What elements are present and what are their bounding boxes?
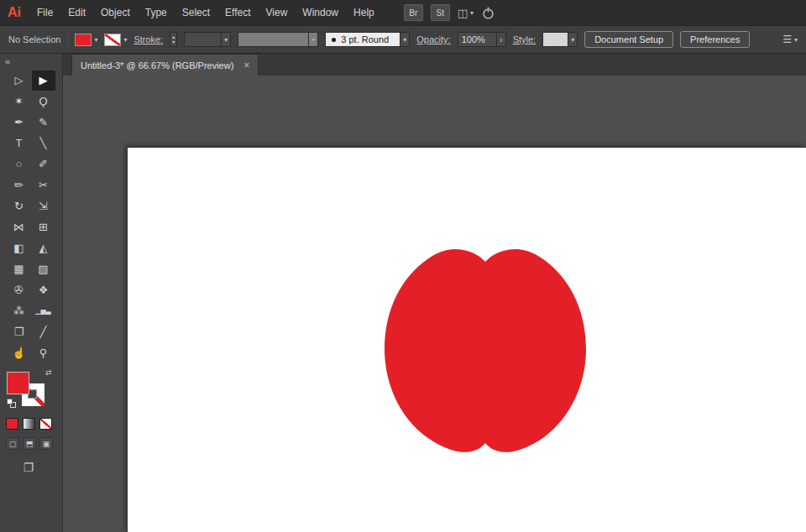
menu-window[interactable]: Window bbox=[295, 7, 346, 18]
pen-tool[interactable]: ✒ bbox=[8, 112, 31, 133]
style-label[interactable]: Style: bbox=[513, 34, 536, 44]
width-profile-dropdown[interactable]: ▾ bbox=[238, 32, 318, 47]
drawing-modes: ▢⬒▣ bbox=[0, 430, 62, 450]
menu-help[interactable]: Help bbox=[346, 7, 382, 18]
stroke-weight-dropdown[interactable]: ▾ bbox=[184, 32, 231, 47]
default-fill-mini bbox=[7, 399, 13, 404]
brush-definition-value: 3 pt. Round bbox=[341, 34, 389, 44]
app-logo[interactable]: Ai bbox=[0, 5, 29, 20]
control-panel-menu[interactable]: ☰ ▾ bbox=[782, 34, 798, 45]
slice-tool[interactable]: ╱ bbox=[32, 322, 55, 342]
apple-shape[interactable] bbox=[380, 242, 590, 456]
stroke-weight-stepper[interactable]: ▴ ▾ bbox=[170, 32, 177, 47]
document-tab[interactable]: Untitled-3* @ 66.67% (RGB/Preview) × bbox=[71, 54, 259, 76]
tools-grid: ▷▶✶Ϙ✒✎T╲○✐✏✂↻⇲⋈⊞◧◭▦▨✇❖⁂▁▅▃❐╱☝⚲ bbox=[0, 69, 62, 363]
symbol-sprayer-tool[interactable]: ⁂ bbox=[8, 301, 31, 321]
scale-tool[interactable]: ⇲ bbox=[32, 196, 55, 216]
menu-type[interactable]: Type bbox=[138, 7, 175, 18]
opacity-label[interactable]: Opacity: bbox=[416, 34, 450, 44]
selection-tool[interactable]: ▶ bbox=[32, 70, 55, 91]
power-icon[interactable] bbox=[481, 6, 495, 20]
none-swatch-button[interactable] bbox=[39, 418, 52, 430]
canvas[interactable] bbox=[63, 76, 806, 532]
bridge-button[interactable]: Br bbox=[404, 4, 423, 21]
chevron-down-icon: ▾ bbox=[123, 36, 127, 44]
opacity-panel-arrow-icon[interactable]: › bbox=[496, 33, 505, 46]
menu-object[interactable]: Object bbox=[93, 7, 138, 18]
default-fill-stroke-icon[interactable] bbox=[7, 399, 18, 409]
fill-control[interactable] bbox=[7, 372, 29, 394]
menu-view[interactable]: View bbox=[259, 7, 296, 18]
stroke-color-dropdown[interactable]: ▾ bbox=[104, 34, 127, 46]
collapse-panel-icon[interactable]: « bbox=[0, 54, 62, 69]
curvature-tool[interactable]: ✎ bbox=[32, 112, 55, 133]
panel-menu-icon: ☰ bbox=[782, 34, 792, 45]
stock-button[interactable]: St bbox=[431, 4, 450, 21]
artboard[interactable] bbox=[127, 147, 806, 532]
scissors-tool[interactable]: ✂ bbox=[32, 175, 55, 196]
mesh-tool[interactable]: ▦ bbox=[8, 259, 31, 279]
chevron-down-icon: ▾ bbox=[400, 32, 410, 47]
color-swatch-button[interactable] bbox=[6, 418, 18, 430]
fill-color-dropdown[interactable]: ▾ bbox=[75, 34, 97, 46]
tab-bar: Untitled-3* @ 66.67% (RGB/Preview) × bbox=[63, 54, 806, 76]
zoom-tool[interactable]: ⚲ bbox=[32, 343, 55, 363]
preferences-button[interactable]: Preferences bbox=[680, 31, 750, 48]
blend-tool[interactable]: ❖ bbox=[32, 280, 55, 300]
menubar: Ai FileEditObjectTypeSelectEffectViewWin… bbox=[0, 0, 806, 25]
brush-definition-dropdown[interactable]: 3 pt. Round ▾ bbox=[325, 32, 410, 47]
document-tab-title: Untitled-3* @ 66.67% (RGB/Preview) bbox=[81, 60, 233, 70]
column-graph-tool[interactable]: ▁▅▃ bbox=[32, 301, 55, 321]
free-transform-tool[interactable]: ⊞ bbox=[32, 217, 55, 237]
menubar-right: Br St ◫ ▾ bbox=[404, 4, 495, 21]
ellipse-tool[interactable]: ○ bbox=[8, 154, 31, 175]
stroke-swatch bbox=[104, 34, 121, 46]
chevron-down-icon: ▾ bbox=[794, 36, 798, 44]
menu-file[interactable]: File bbox=[29, 7, 60, 18]
menu-select[interactable]: Select bbox=[175, 7, 217, 18]
chevron-down-icon: ▾ bbox=[470, 9, 474, 17]
menu-effect[interactable]: Effect bbox=[217, 7, 258, 18]
draw-behind-mode-button[interactable]: ⬒ bbox=[23, 437, 36, 450]
paintbrush-tool[interactable]: ✐ bbox=[32, 154, 55, 175]
type-tool[interactable]: T bbox=[8, 133, 31, 154]
pencil-tool[interactable]: ✏ bbox=[8, 175, 31, 196]
style-swatch bbox=[543, 33, 568, 46]
gradient-swatch-button[interactable] bbox=[23, 418, 35, 430]
main-area: « ▷▶✶Ϙ✒✎T╲○✐✏✂↻⇲⋈⊞◧◭▦▨✇❖⁂▁▅▃❐╱☝⚲ ⇄ ▢⬒▣ ❐ bbox=[0, 54, 806, 532]
lasso-tool[interactable]: Ϙ bbox=[32, 91, 55, 112]
opacity-value: 100% bbox=[458, 34, 496, 44]
chevron-down-icon: ▾ bbox=[308, 33, 317, 46]
apple-path bbox=[385, 249, 586, 452]
direct-selection-tool[interactable]: ▷ bbox=[8, 70, 31, 91]
screen-mode-button[interactable]: ❐ bbox=[18, 460, 39, 475]
tab-close-icon[interactable]: × bbox=[243, 60, 249, 70]
menu-items: FileEditObjectTypeSelectEffectViewWindow… bbox=[29, 7, 382, 18]
fill-swatch bbox=[75, 34, 92, 46]
hand-tool[interactable]: ☝ bbox=[8, 343, 31, 363]
menu-edit[interactable]: Edit bbox=[60, 7, 93, 18]
chevron-down-icon: ▾ bbox=[568, 33, 577, 46]
draw-normal-mode-button[interactable]: ▢ bbox=[6, 437, 19, 450]
document-setup-button[interactable]: Document Setup bbox=[584, 31, 673, 48]
eyedropper-tool[interactable]: ✇ bbox=[8, 280, 31, 300]
brush-preview-icon bbox=[332, 38, 336, 42]
line-segment-tool[interactable]: ╲ bbox=[32, 133, 55, 154]
brush-definition-box: 3 pt. Round bbox=[325, 32, 400, 47]
draw-inside-mode-button[interactable]: ▣ bbox=[39, 437, 53, 450]
shape-builder-tool[interactable]: ◧ bbox=[8, 238, 31, 258]
width-tool[interactable]: ⋈ bbox=[8, 217, 31, 237]
chevron-down-icon: ▾ bbox=[221, 33, 230, 46]
artboard-tool[interactable]: ❐ bbox=[8, 322, 31, 342]
swap-fill-stroke-icon[interactable]: ⇄ bbox=[45, 368, 52, 377]
stroke-label[interactable]: Stroke: bbox=[133, 34, 163, 44]
workspace-switcher[interactable]: ◫ ▾ bbox=[458, 7, 474, 19]
rotate-tool[interactable]: ↻ bbox=[8, 196, 31, 216]
document-area: Untitled-3* @ 66.67% (RGB/Preview) × bbox=[63, 54, 806, 532]
gradient-tool[interactable]: ▨ bbox=[32, 259, 55, 279]
stepper-down-icon[interactable]: ▾ bbox=[172, 39, 175, 44]
opacity-dropdown[interactable]: 100% › bbox=[458, 32, 506, 47]
magic-wand-tool[interactable]: ✶ bbox=[8, 91, 31, 112]
style-dropdown[interactable]: ▾ bbox=[542, 32, 578, 47]
perspective-grid-tool[interactable]: ◭ bbox=[32, 238, 55, 258]
